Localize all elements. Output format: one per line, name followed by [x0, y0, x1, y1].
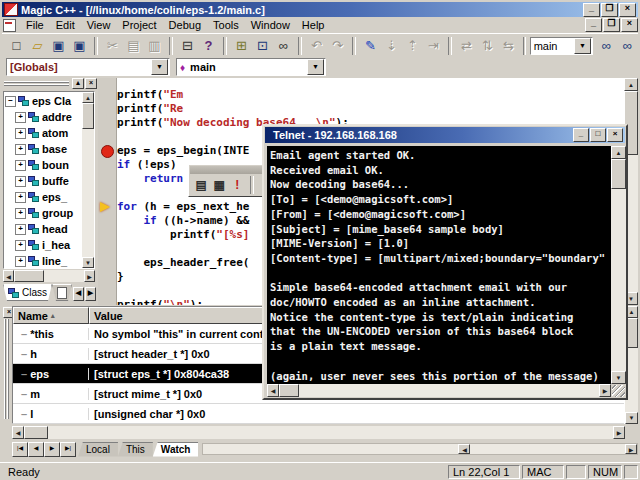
- menu-debug[interactable]: Debug: [163, 18, 207, 32]
- mdi-close-button[interactable]: ×: [621, 18, 638, 32]
- tree-item-group[interactable]: +group: [5, 205, 82, 221]
- tree-item-atom[interactable]: +atom: [5, 125, 82, 141]
- menu-window[interactable]: Window: [245, 18, 296, 32]
- copy-button[interactable]: ▤: [123, 36, 144, 56]
- tree-item-i_hea[interactable]: +i_hea: [5, 237, 82, 253]
- expand-icon[interactable]: +: [15, 144, 26, 155]
- expand-icon[interactable]: +: [15, 256, 26, 267]
- workspace-toggle-button[interactable]: ⊞: [231, 36, 252, 56]
- tree-item-line_[interactable]: +line_: [5, 253, 82, 268]
- expand-icon[interactable]: +: [15, 160, 26, 171]
- tree-item-buffe[interactable]: +buffe: [5, 173, 82, 189]
- help-button[interactable]: ?: [198, 36, 219, 56]
- telnet-vertical-scrollbar[interactable]: ▲ ▼: [611, 146, 626, 384]
- stop-debug-button[interactable]: ⇆: [498, 36, 519, 56]
- resize-grip[interactable]: [612, 385, 625, 397]
- editor-gutter[interactable]: [98, 78, 117, 305]
- tab-local[interactable]: Local: [78, 442, 118, 457]
- function-combo[interactable]: main ▼: [530, 37, 593, 55]
- tree-item-head[interactable]: +head: [5, 221, 82, 237]
- tree-root[interactable]: −eps Cla: [5, 93, 82, 109]
- tab-watch[interactable]: Watch: [153, 442, 199, 457]
- column-header-name[interactable]: Name ▴: [13, 307, 89, 324]
- telnet-window[interactable]: Telnet - 192.168.168.168 _ □ × Email age…: [262, 124, 628, 400]
- tab-prev-icon[interactable]: ◀: [28, 442, 44, 457]
- member-combo[interactable]: ♦ main ▼: [176, 58, 326, 76]
- telnet-horizontal-scrollbar[interactable]: ◀ ▶: [267, 384, 611, 397]
- new-button[interactable]: □: [6, 36, 27, 56]
- scope-combo[interactable]: [Globals] ▼: [6, 58, 170, 76]
- collapse-icon[interactable]: −: [5, 96, 16, 107]
- find-in-files-button[interactable]: ∞: [617, 36, 638, 56]
- tree-horizontal-scrollbar[interactable]: ◀ ▶: [3, 270, 95, 282]
- maximize-button[interactable]: □: [590, 128, 606, 142]
- breakpoint-pen-button[interactable]: ✎: [360, 36, 381, 56]
- tab-next-icon[interactable]: ▶: [44, 442, 60, 457]
- drag-gripper[interactable]: [4, 319, 9, 419]
- save-button[interactable]: ▣: [48, 36, 69, 56]
- minimize-button[interactable]: _: [573, 128, 589, 142]
- tab-class[interactable]: Class: [3, 284, 52, 301]
- print-button[interactable]: ⊟: [177, 36, 198, 56]
- restore-button[interactable]: ❐: [601, 3, 618, 17]
- close-button[interactable]: ×: [619, 3, 636, 17]
- chevron-down-icon[interactable]: ▼: [574, 38, 591, 54]
- expand-icon[interactable]: +: [15, 240, 26, 251]
- expand-icon[interactable]: +: [15, 224, 26, 235]
- tab-scroll-right-icon[interactable]: ▶: [85, 287, 96, 301]
- scroll-left-icon[interactable]: ◀: [458, 444, 470, 454]
- expand-icon[interactable]: +: [15, 192, 26, 203]
- watch-row-l[interactable]: –l[unsigned char *] 0x0: [13, 404, 624, 424]
- source-browser-button[interactable]: ∞: [273, 36, 294, 56]
- minimize-button[interactable]: _: [583, 3, 600, 17]
- tab-file-view[interactable]: [52, 284, 72, 301]
- menu-project[interactable]: Project: [116, 18, 162, 32]
- tab-row-scrollbar[interactable]: ◀ ▶: [202, 443, 638, 455]
- tree-item-addre[interactable]: +addre: [5, 109, 82, 125]
- close-button[interactable]: ×: [607, 128, 623, 142]
- tab-first-icon[interactable]: |◀: [12, 442, 28, 457]
- component-button[interactable]: ▤: [192, 175, 210, 194]
- mdi-restore-button[interactable]: ❐: [603, 18, 620, 32]
- find-button[interactable]: ∞: [596, 36, 617, 56]
- tab-last-icon[interactable]: ▶|: [60, 442, 76, 457]
- telnet-titlebar[interactable]: Telnet - 192.168.168.168 _ □ ×: [265, 127, 625, 143]
- compile-button[interactable]: ⇣: [381, 36, 402, 56]
- tab-scroll-left-icon[interactable]: ◀: [73, 287, 84, 301]
- schedule-button[interactable]: ▦: [210, 175, 228, 194]
- close-icon[interactable]: ×: [85, 78, 97, 89]
- menu-tools[interactable]: Tools: [207, 18, 245, 32]
- build-all-button[interactable]: ⇥: [423, 36, 444, 56]
- cut-button[interactable]: ✂: [102, 36, 123, 56]
- open-button[interactable]: ▱: [27, 36, 48, 56]
- watch-horizontal-scrollbar[interactable]: ◀ ▶: [12, 426, 625, 439]
- redo-button[interactable]: ↷: [327, 36, 348, 56]
- menu-file[interactable]: File: [20, 18, 50, 32]
- terminal-output[interactable]: Email agent started OK.Received email OK…: [267, 146, 611, 384]
- build-button[interactable]: ⇡: [402, 36, 423, 56]
- stop-build-button[interactable]: !: [228, 175, 246, 194]
- chevron-down-icon[interactable]: ▼: [307, 59, 324, 75]
- pin-icon[interactable]: ▴: [72, 78, 84, 89]
- menu-view[interactable]: View: [81, 18, 117, 32]
- expand-icon[interactable]: +: [15, 128, 26, 139]
- mdi-minimize-button[interactable]: _: [585, 18, 602, 32]
- undo-button[interactable]: ↶: [306, 36, 327, 56]
- menu-help[interactable]: Help: [296, 18, 331, 32]
- paste-button[interactable]: ▥: [144, 36, 165, 56]
- chevron-down-icon[interactable]: ▼: [151, 59, 168, 75]
- menu-edit[interactable]: Edit: [50, 18, 81, 32]
- tree-vertical-scrollbar[interactable]: ▲ ▼: [82, 92, 94, 268]
- tree-item-base[interactable]: +base: [5, 141, 82, 157]
- expand-icon[interactable]: +: [15, 208, 26, 219]
- scroll-right-icon[interactable]: ▶: [625, 444, 637, 454]
- expand-icon[interactable]: +: [15, 112, 26, 123]
- expand-icon[interactable]: +: [15, 176, 26, 187]
- breakpoint-icon[interactable]: [101, 145, 114, 158]
- save-all-button[interactable]: ▣: [69, 36, 90, 56]
- restart-debug-button[interactable]: ⇅: [477, 36, 498, 56]
- go-button[interactable]: ⇄: [456, 36, 477, 56]
- tree-item-eps_[interactable]: +eps_: [5, 189, 82, 205]
- output-toggle-button[interactable]: ⊡: [252, 36, 273, 56]
- tree-item-boun[interactable]: +boun: [5, 157, 82, 173]
